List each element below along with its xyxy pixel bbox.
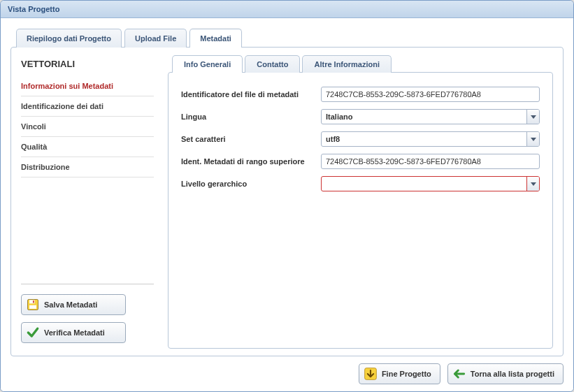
sub-tabs: Info Generali Contatto Altre Informazion… [168,55,553,72]
label-charset: Set caratteri [181,135,314,143]
subtab-info-generali[interactable]: Info Generali [172,55,243,73]
select-charset[interactable]: utf8 [321,131,540,147]
sidebar-spacer [21,177,154,277]
sidebar: VETTORIALI Informazioni sui Metadati Ide… [21,55,154,349]
check-icon [26,326,40,340]
row-parent-id: Ident. Metadati di rango superiore [181,154,540,169]
end-project-label: Fine Progetto [382,370,431,378]
svg-rect-3 [29,305,36,309]
sidebar-item-vincoli[interactable]: Vincoli [21,117,154,137]
chevron-down-icon[interactable] [526,177,539,191]
sidebar-divider [21,284,154,284]
window: Vista Progetto Riepilogo dati Progetto U… [0,0,574,392]
sidebar-title: VETTORIALI [21,59,154,69]
select-language-value: Italiano [322,110,526,124]
svg-rect-2 [33,300,34,303]
select-hierarchy-value [322,177,526,191]
label-parent-id: Ident. Metadati di rango superiore [181,157,314,166]
sidebar-buttons: Salva Metadati Verifica Metadati [21,294,154,343]
input-file-id[interactable] [321,87,540,102]
end-project-button[interactable]: Fine Progetto [359,363,440,384]
input-parent-id[interactable] [321,154,540,169]
verify-metadata-label: Verifica Metadati [44,328,105,337]
save-metadata-label: Salva Metadati [44,300,97,309]
verify-metadata-button[interactable]: Verifica Metadati [21,322,126,343]
main-panel: VETTORIALI Informazioni sui Metadati Ide… [10,47,564,356]
content: Info Generali Contatto Altre Informazion… [168,55,553,349]
save-metadata-button[interactable]: Salva Metadati [21,294,126,315]
window-body: Riepilogo dati Progetto Upload File Meta… [1,18,573,391]
sub-panel: Identificatore del file di metadati Ling… [168,72,553,349]
footer: Fine Progetto Torna alla lista progetti [10,356,564,384]
back-to-list-button[interactable]: Torna alla lista progetti [447,363,564,384]
arrow-left-icon [452,367,466,381]
arrow-down-icon [364,367,378,381]
select-charset-value: utf8 [322,132,526,146]
sidebar-item-identificazione[interactable]: Identificazione dei dati [21,96,154,117]
sidebar-item-qualita[interactable]: Qualità [21,137,154,157]
label-file-id: Identificatore del file di metadati [181,90,314,99]
select-hierarchy[interactable] [321,176,540,191]
window-title: Vista Progetto [1,1,573,18]
row-file-id: Identificatore del file di metadati [181,87,540,102]
chevron-down-icon[interactable] [526,110,539,124]
tab-riepilogo[interactable]: Riepilogo dati Progetto [16,29,122,48]
sidebar-item-info[interactable]: Informazioni sui Metadati [21,76,154,96]
row-charset: Set caratteri utf8 [181,131,540,147]
subtab-contatto[interactable]: Contatto [245,55,300,73]
label-hierarchy: Livello gerarchico [181,180,314,188]
select-language[interactable]: Italiano [321,109,540,124]
row-language: Lingua Italiano [181,109,540,124]
sidebar-item-distribuzione[interactable]: Distribuzione [21,157,154,177]
back-to-list-label: Torna alla lista progetti [471,370,554,378]
label-language: Lingua [181,112,314,121]
tab-upload[interactable]: Upload File [124,29,187,48]
row-hierarchy: Livello gerarchico [181,176,540,191]
subtab-altre[interactable]: Altre Informazioni [302,55,392,73]
save-icon [26,298,40,312]
top-tabs: Riepilogo dati Progetto Upload File Meta… [10,28,564,47]
tab-metadati[interactable]: Metadati [189,29,242,48]
chevron-down-icon[interactable] [526,132,539,146]
